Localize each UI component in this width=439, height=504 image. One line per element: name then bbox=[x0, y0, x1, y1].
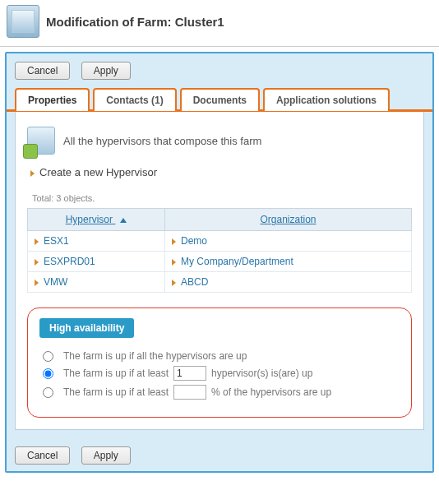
ha-option-pct-pre: The farm is up if at least bbox=[63, 386, 169, 398]
chevron-right-icon bbox=[35, 280, 39, 286]
table-row[interactable]: VMW ABCD bbox=[28, 272, 412, 293]
cell-hypervisor: ESX1 bbox=[44, 235, 69, 247]
form-panel: Cancel Apply Properties Contacts (1) Doc… bbox=[5, 52, 434, 473]
create-hypervisor-link[interactable]: Create a new Hypervisor bbox=[30, 166, 412, 178]
page-title: Modification of Farm: Cluster1 bbox=[46, 15, 224, 29]
ha-radio-pct[interactable] bbox=[43, 387, 53, 398]
intro-row: All the hypervisors that compose this fa… bbox=[27, 127, 412, 155]
chevron-right-icon bbox=[35, 238, 39, 245]
farm-icon bbox=[7, 5, 39, 38]
intro-text: All the hypervisors that compose this fa… bbox=[63, 135, 261, 147]
ha-option-all-label: The farm is up if all the hypervisors ar… bbox=[63, 350, 247, 362]
ha-option-pct[interactable]: The farm is up if at least % of the hype… bbox=[43, 385, 400, 400]
chevron-right-icon bbox=[172, 280, 176, 286]
ha-radio-n[interactable] bbox=[43, 368, 53, 379]
apply-button[interactable]: Apply bbox=[81, 62, 131, 80]
chevron-right-icon bbox=[172, 259, 176, 266]
ha-n-input[interactable] bbox=[173, 366, 206, 381]
ha-title-badge: High availability bbox=[39, 318, 134, 338]
sort-asc-icon bbox=[120, 218, 127, 223]
tab-documents[interactable]: Documents bbox=[180, 88, 260, 111]
page-header: Modification of Farm: Cluster1 bbox=[0, 0, 439, 47]
table-row[interactable]: ESX1 Demo bbox=[28, 231, 412, 252]
chevron-right-icon bbox=[172, 238, 176, 245]
chevron-right-icon bbox=[30, 170, 35, 177]
high-availability-box: High availability The farm is up if all … bbox=[27, 307, 412, 418]
tab-content: All the hypervisors that compose this fa… bbox=[15, 112, 424, 430]
cancel-button[interactable]: Cancel bbox=[15, 446, 70, 465]
ha-option-all[interactable]: The farm is up if all the hypervisors ar… bbox=[43, 350, 400, 362]
chevron-right-icon bbox=[35, 259, 39, 266]
col-organization-label: Organization bbox=[260, 214, 316, 225]
table-row[interactable]: ESXPRD01 My Company/Department bbox=[28, 252, 412, 272]
cell-hypervisor: VMW bbox=[44, 276, 67, 288]
top-button-row: Cancel Apply bbox=[7, 53, 432, 86]
hypervisor-group-icon bbox=[27, 127, 55, 155]
tab-contacts[interactable]: Contacts (1) bbox=[93, 88, 176, 111]
tab-properties[interactable]: Properties bbox=[15, 88, 90, 111]
ha-radio-all[interactable] bbox=[43, 351, 53, 362]
ha-option-pct-post: % of the hypervisors are up bbox=[211, 386, 331, 398]
ha-option-n-post: hypervisor(s) is(are) up bbox=[211, 368, 312, 379]
tab-bar: Properties Contacts (1) Documents Applic… bbox=[7, 86, 432, 112]
cell-organization: ABCD bbox=[181, 276, 208, 288]
apply-button[interactable]: Apply bbox=[81, 446, 131, 465]
ha-pct-input[interactable] bbox=[173, 385, 206, 400]
col-hypervisor[interactable]: Hypervisor bbox=[28, 209, 165, 231]
col-hypervisor-label: Hypervisor bbox=[66, 214, 113, 225]
bottom-button-row: Cancel Apply bbox=[7, 438, 432, 471]
cancel-button[interactable]: Cancel bbox=[15, 62, 70, 80]
cell-organization: Demo bbox=[181, 235, 207, 247]
create-hypervisor-label: Create a new Hypervisor bbox=[39, 166, 157, 178]
total-count: Total: 3 objects. bbox=[32, 193, 412, 203]
tab-solutions[interactable]: Application solutions bbox=[263, 88, 390, 111]
cell-organization: My Company/Department bbox=[181, 256, 293, 267]
col-organization[interactable]: Organization bbox=[165, 209, 412, 231]
ha-option-n[interactable]: The farm is up if at least hypervisor(s)… bbox=[43, 366, 400, 381]
hypervisor-table: Hypervisor Organization ESX1 Demo ESXPRD… bbox=[27, 208, 412, 293]
ha-option-n-pre: The farm is up if at least bbox=[63, 368, 169, 379]
cell-hypervisor: ESXPRD01 bbox=[44, 256, 95, 267]
